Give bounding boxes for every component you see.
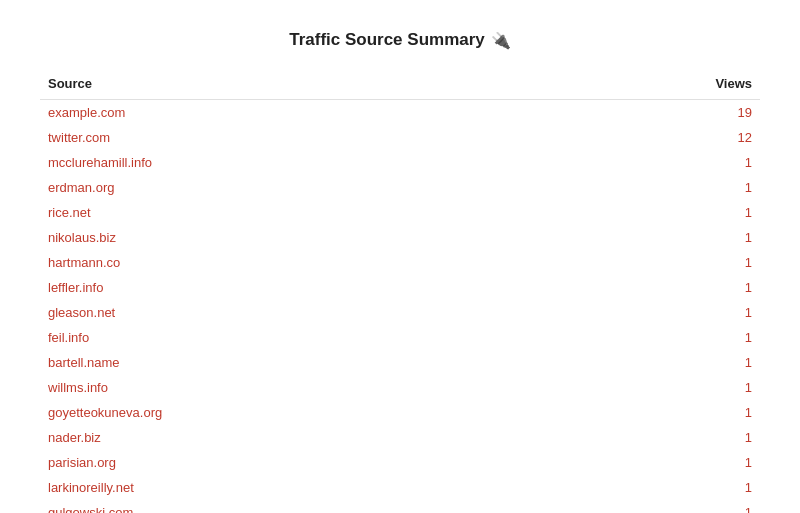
views-cell: 1 [580,200,760,225]
source-cell: goyetteokuneva.org [40,400,580,425]
views-cell: 1 [580,350,760,375]
page-title: Traffic Source Summary [289,30,485,50]
table-row: leffler.info1 [40,275,760,300]
table-row: nikolaus.biz1 [40,225,760,250]
source-cell: example.com [40,100,580,126]
table-row: gulgowski.com1 [40,500,760,513]
views-cell: 19 [580,100,760,126]
views-cell: 1 [580,325,760,350]
views-cell: 1 [580,450,760,475]
source-cell: erdman.org [40,175,580,200]
source-cell: gulgowski.com [40,500,580,513]
source-cell: twitter.com [40,125,580,150]
source-column-header: Source [40,70,580,100]
views-cell: 1 [580,300,760,325]
table-row: nader.biz1 [40,425,760,450]
table-row: mcclurehamill.info1 [40,150,760,175]
views-cell: 1 [580,375,760,400]
source-cell: willms.info [40,375,580,400]
table-row: bartell.name1 [40,350,760,375]
source-cell: mcclurehamill.info [40,150,580,175]
page-container: Traffic Source Summary 🔌 Source Views ex… [0,0,800,513]
source-cell: bartell.name [40,350,580,375]
title-icon: 🔌 [491,31,511,50]
source-cell: leffler.info [40,275,580,300]
source-cell: parisian.org [40,450,580,475]
views-cell: 1 [580,175,760,200]
table-row: hartmann.co1 [40,250,760,275]
views-cell: 1 [580,150,760,175]
views-cell: 1 [580,475,760,500]
table-body: example.com19twitter.com12mcclurehamill.… [40,100,760,514]
table-row: example.com19 [40,100,760,126]
table-row: rice.net1 [40,200,760,225]
source-cell: hartmann.co [40,250,580,275]
views-cell: 12 [580,125,760,150]
table-row: goyetteokuneva.org1 [40,400,760,425]
table-row: parisian.org1 [40,450,760,475]
table-header: Source Views [40,70,760,100]
views-cell: 1 [580,250,760,275]
traffic-summary-table: Source Views example.com19twitter.com12m… [40,70,760,513]
table-row: feil.info1 [40,325,760,350]
source-cell: nikolaus.biz [40,225,580,250]
title-row: Traffic Source Summary 🔌 [40,30,760,50]
source-cell: gleason.net [40,300,580,325]
table-row: twitter.com12 [40,125,760,150]
source-cell: rice.net [40,200,580,225]
views-cell: 1 [580,225,760,250]
source-cell: feil.info [40,325,580,350]
views-cell: 1 [580,500,760,513]
table-row: larkinoreilly.net1 [40,475,760,500]
views-column-header: Views [580,70,760,100]
header-row: Source Views [40,70,760,100]
table-row: willms.info1 [40,375,760,400]
source-cell: larkinoreilly.net [40,475,580,500]
table-row: erdman.org1 [40,175,760,200]
views-cell: 1 [580,425,760,450]
views-cell: 1 [580,400,760,425]
source-cell: nader.biz [40,425,580,450]
table-row: gleason.net1 [40,300,760,325]
views-cell: 1 [580,275,760,300]
